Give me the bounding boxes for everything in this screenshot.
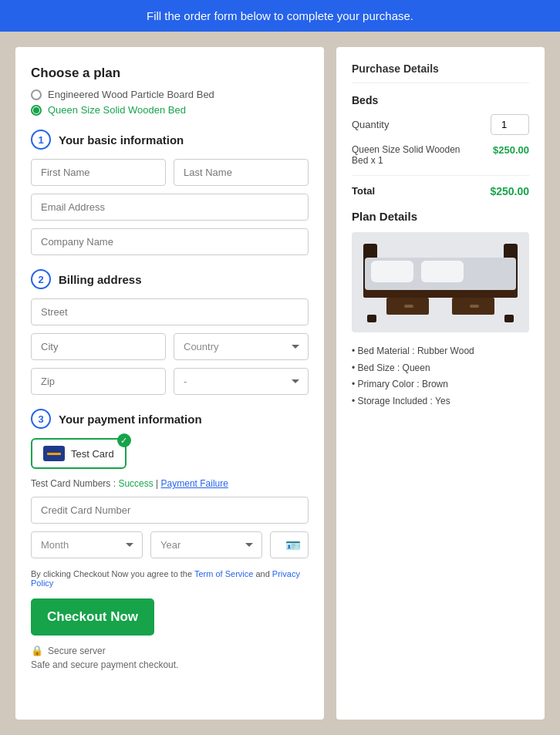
radio-checked-icon <box>31 105 42 116</box>
name-row <box>31 159 309 186</box>
secure-info: 🔒 Secure server <box>31 645 309 656</box>
quantity-input[interactable] <box>491 114 529 135</box>
section2-header: 2 Billing address <box>31 269 309 289</box>
year-select[interactable]: Year 2024202520262027 202820292030 <box>150 531 262 558</box>
plan-option-2-label: Queen Size Solid Wooden Bed <box>48 104 186 116</box>
test-card-numbers: Test Card Numbers : Success | Payment Fa… <box>31 478 309 489</box>
feature-4: Storage Included : Yes <box>352 393 529 410</box>
safe-text: Safe and secure payment checkout. <box>31 659 309 670</box>
total-row: Total $250.00 <box>352 185 529 197</box>
section2-number: 2 <box>31 269 51 289</box>
plan-option-1[interactable]: Engineered Wood Particle Board Bed <box>31 89 309 100</box>
plan-option-1-label: Engineered Wood Particle Board Bed <box>48 89 214 100</box>
item-price: $250.00 <box>493 144 529 156</box>
state-select[interactable]: - AL CA NY TX <box>174 368 309 395</box>
company-input[interactable] <box>31 228 309 255</box>
section3-title: Your payment information <box>59 413 202 426</box>
country-select[interactable]: Country United States United Kingdom Can… <box>174 333 309 360</box>
email-input[interactable] <box>31 194 309 221</box>
street-input[interactable] <box>31 298 309 325</box>
item-row: Queen Size Solid Wooden Bed x 1 $250.00 <box>352 144 529 176</box>
card-label: Test Card <box>71 448 114 460</box>
test-card-prefix: Test Card Numbers : <box>31 478 118 489</box>
top-banner: Fill the order form below to complete yo… <box>0 0 560 32</box>
credit-card-input[interactable] <box>31 497 309 524</box>
terms-text: By clicking Checkout Now you agree to th… <box>31 569 309 588</box>
company-row <box>31 228 309 255</box>
terms-middle: and <box>253 569 272 578</box>
bed-image <box>352 232 529 332</box>
cvv-wrapper: 🪪 <box>270 531 309 558</box>
radio-unchecked-icon <box>31 89 42 100</box>
feature-1: Bed Material : Rubber Wood <box>352 343 529 360</box>
svg-rect-5 <box>421 261 464 282</box>
lock-icon: 🔒 <box>31 645 43 656</box>
purchase-details-title: Purchase Details <box>352 62 529 83</box>
total-label: Total <box>352 185 375 197</box>
cc-row <box>31 497 309 524</box>
bed-features: Bed Material : Rubber Wood Bed Size : Qu… <box>352 343 529 410</box>
card-option[interactable]: Test Card ✓ <box>31 438 127 469</box>
choose-plan-title: Choose a plan <box>31 66 309 81</box>
section1-header: 1 Your basic information <box>31 130 309 150</box>
svg-rect-8 <box>404 305 413 308</box>
terms-link[interactable]: Term of Service <box>194 569 253 578</box>
city-country-row: Country United States United Kingdom Can… <box>31 333 309 360</box>
month-select[interactable]: Month 01020304 05060708 09101112 <box>31 531 143 558</box>
banner-text: Fill the order form below to complete yo… <box>147 9 413 22</box>
zip-state-row: - AL CA NY TX <box>31 368 309 395</box>
feature-3: Primary Color : Brown <box>352 376 529 393</box>
section2-title: Billing address <box>59 273 142 286</box>
plan-option-2[interactable]: Queen Size Solid Wooden Bed <box>31 104 309 116</box>
svg-rect-10 <box>367 315 376 322</box>
svg-rect-11 <box>504 315 514 322</box>
first-name-input[interactable] <box>31 159 166 186</box>
street-row <box>31 298 309 325</box>
section1-number: 1 <box>31 130 51 150</box>
test-card-failure[interactable]: Payment Failure <box>161 478 228 489</box>
secure-label: Secure server <box>48 646 106 656</box>
main-content: Choose a plan Engineered Wood Particle B… <box>0 32 560 735</box>
feature-2: Bed Size : Queen <box>352 360 529 377</box>
last-name-input[interactable] <box>174 159 309 186</box>
section1-title: Your basic information <box>59 133 184 147</box>
expiry-row: Month 01020304 05060708 09101112 Year 20… <box>31 531 309 558</box>
item-name: Queen Size Solid Wooden Bed x 1 <box>352 144 475 166</box>
email-row <box>31 194 309 221</box>
total-price: $250.00 <box>490 185 529 197</box>
card-check-icon: ✓ <box>117 433 131 447</box>
svg-rect-4 <box>371 261 413 282</box>
quantity-label: Quantity <box>352 119 389 130</box>
svg-rect-9 <box>470 305 479 308</box>
quantity-row: Quantity <box>352 114 529 135</box>
test-card-success[interactable]: Success <box>118 478 153 489</box>
section3-header: 3 Your payment information <box>31 409 309 429</box>
bed-svg <box>356 236 525 329</box>
checkout-button[interactable]: Checkout Now <box>31 598 154 636</box>
page-wrapper: Fill the order form below to complete yo… <box>0 0 560 735</box>
test-card-separator: | <box>153 478 161 489</box>
cvv-card-icon: 🪪 <box>285 538 301 552</box>
right-panel: Purchase Details Beds Quantity Queen Siz… <box>336 47 545 720</box>
city-input[interactable] <box>31 333 166 360</box>
terms-prefix: By clicking Checkout Now you agree to th… <box>31 569 194 578</box>
zip-input[interactable] <box>31 368 166 395</box>
left-panel: Choose a plan Engineered Wood Particle B… <box>15 47 324 720</box>
plan-details-title: Plan Details <box>352 210 529 223</box>
beds-label: Beds <box>352 94 529 106</box>
credit-card-icon <box>43 446 65 461</box>
section3-number: 3 <box>31 409 51 429</box>
